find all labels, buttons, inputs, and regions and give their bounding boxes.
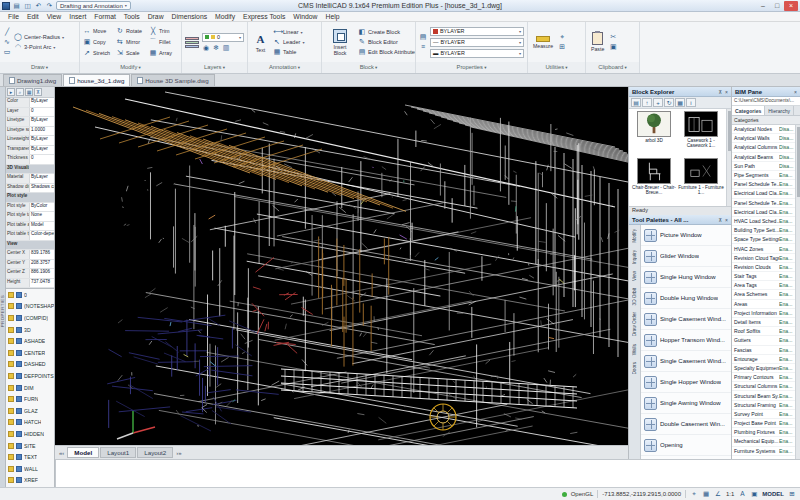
property-row[interactable]: Plot style: [6, 193, 54, 203]
edit-block-attributes-button[interactable]: ▤Edit Block Attributes: [358, 48, 415, 56]
layer-color-icon[interactable]: [16, 454, 22, 460]
layer-row[interactable]: XREF: [6, 475, 54, 487]
annotation-scale[interactable]: 1:1: [726, 491, 734, 497]
close-icon[interactable]: ×: [725, 217, 728, 223]
grid-icon[interactable]: ▦: [702, 490, 710, 498]
toggle-value-icon[interactable]: ▦: [25, 88, 33, 96]
lineweight-combo[interactable]: ▬BYLAYER▾: [430, 49, 524, 58]
annotation-icon[interactable]: A: [738, 490, 746, 498]
menu-item[interactable]: Tools: [120, 13, 144, 20]
info-icon[interactable]: i: [686, 98, 696, 107]
fillet-button[interactable]: ⌒Fillet: [149, 37, 178, 48]
close-button[interactable]: ×: [784, 1, 798, 11]
bim-category-row[interactable]: Electrical Load Cla... Ena...: [732, 208, 795, 217]
bim-category-row[interactable]: Structural Framing Ena...: [732, 401, 795, 410]
bim-category-row[interactable]: Analytical Walls Disa...: [732, 134, 795, 143]
layer-color-icon[interactable]: [16, 327, 22, 333]
bim-category-row[interactable]: Revision Cloud Tags Ena...: [732, 254, 795, 263]
menu-item[interactable]: Help: [321, 13, 343, 20]
layer-isolate-icon[interactable]: ▥: [222, 44, 230, 52]
add-block-icon[interactable]: +: [653, 98, 663, 107]
scale-button[interactable]: ⇲Scale: [116, 48, 145, 59]
layer-color-icon[interactable]: [16, 361, 22, 367]
bim-category-row[interactable]: Panel Schedule Te... Ena...: [732, 180, 795, 189]
layer-color-icon[interactable]: [16, 292, 22, 298]
tool-palette-item[interactable]: Single Awning Window: [641, 393, 731, 414]
layer-on-icon[interactable]: [8, 466, 14, 472]
layer-on-icon[interactable]: [8, 408, 14, 414]
layer-on-icon[interactable]: [8, 477, 14, 483]
tool-palette-tab[interactable]: Modify: [632, 229, 637, 243]
layout-tab[interactable]: Model: [67, 447, 99, 458]
layer-row[interactable]: 0: [6, 289, 54, 301]
layer-row[interactable]: HIDDEN: [6, 428, 54, 440]
block-thumbnail-chair[interactable]: Chair-Breuer - Chair-Breue...: [631, 158, 677, 204]
property-row[interactable]: Thickness 0: [6, 155, 54, 165]
color-combo[interactable]: BYLAYER▾: [430, 27, 524, 36]
layer-on-icon[interactable]: [8, 303, 14, 309]
ribbon-group-label-block[interactable]: Block: [322, 62, 415, 73]
polyline-icon[interactable]: ∿: [3, 38, 11, 46]
property-row[interactable]: Plot table type Color-depend...: [6, 231, 54, 241]
menu-item[interactable]: Express Tools: [239, 13, 289, 20]
document-tab[interactable]: Drawing1.dwg: [3, 74, 62, 86]
snap-icon[interactable]: ⌖: [690, 490, 698, 498]
ribbon-group-label-utilities[interactable]: Utilities: [528, 62, 585, 73]
pin-icon[interactable]: ⊼: [718, 89, 722, 95]
layer-on-icon[interactable]: [8, 338, 14, 344]
close-icon[interactable]: ×: [725, 89, 728, 95]
property-row[interactable]: Plot table attached to Model: [6, 222, 54, 232]
property-row[interactable]: View: [6, 241, 54, 251]
linear-dimension-button[interactable]: ⟷Linear▾: [273, 28, 318, 36]
tool-palette-item[interactable]: Glider Window: [641, 246, 731, 267]
bim-category-row[interactable]: Gutters Ena...: [732, 336, 795, 345]
insert-block-button[interactable]: Insert Block: [325, 28, 355, 57]
document-tab[interactable]: house_3d_1.dwg: [63, 74, 130, 86]
tool-palette-item[interactable]: Double Hung Window: [641, 288, 731, 309]
table-button[interactable]: ▦Table: [273, 48, 318, 56]
menu-item[interactable]: Window: [289, 13, 321, 20]
lineweight-toggle-icon[interactable]: ▣: [750, 490, 758, 498]
layer-row[interactable]: DIM: [6, 382, 54, 394]
bim-category-row[interactable]: HVAC Load Sched... Ena...: [732, 217, 795, 226]
layer-row[interactable]: (COMPID): [6, 312, 54, 324]
up-level-icon[interactable]: ↑: [642, 98, 652, 107]
create-block-button[interactable]: ◧Create Block: [358, 28, 415, 36]
layer-row[interactable]: FURN: [6, 393, 54, 405]
layer-row[interactable]: 3D: [6, 324, 54, 336]
layer-color-icon[interactable]: [16, 477, 22, 483]
layer-on-icon[interactable]: [8, 361, 14, 367]
line-icon[interactable]: ╱: [3, 28, 11, 36]
menu-item[interactable]: View: [43, 13, 66, 20]
bim-category-row[interactable]: Building Type Sett... Ena...: [732, 226, 795, 235]
ribbon-group-label-layers[interactable]: Layers: [182, 62, 247, 73]
property-row[interactable]: Center Z 886.1906: [6, 269, 54, 279]
bim-category-row[interactable]: Primary Contours Ena...: [732, 373, 795, 382]
tool-palette-item[interactable]: Hopper Transom Wind...: [641, 330, 731, 351]
layer-row[interactable]: WALL: [6, 463, 54, 475]
property-row[interactable]: Height 737.0478: [6, 279, 54, 289]
property-row[interactable]: Linetype ByLayer: [6, 117, 54, 127]
move-button[interactable]: ↔Move: [83, 26, 112, 37]
bim-category-row[interactable]: Mechanical Equip... Ena...: [732, 437, 795, 446]
tool-palette-item[interactable]: Opening: [641, 435, 731, 456]
menu-item[interactable]: Edit: [23, 13, 43, 20]
bim-category-row[interactable]: Detail Items Ena...: [732, 318, 795, 327]
bim-tab-hierarchy[interactable]: Hierarchy: [765, 106, 794, 115]
leader-button[interactable]: ↖Leader▾: [273, 38, 318, 46]
measure-button[interactable]: Measure: [531, 35, 555, 50]
block-thumbnail-furniture[interactable]: Furniture 1 - Furniture 1...: [678, 158, 724, 204]
layer-color-icon[interactable]: [16, 396, 22, 402]
property-row[interactable]: Plot style table None: [6, 212, 54, 222]
bim-category-row[interactable]: Space Type Settings Ena...: [732, 235, 795, 244]
ribbon-group-label-modify[interactable]: Modify: [80, 62, 181, 73]
bim-category-row[interactable]: Furniture Systems Ena...: [732, 447, 795, 456]
layer-on-icon[interactable]: [8, 373, 14, 379]
bim-scrollbar[interactable]: [795, 125, 800, 459]
tool-palette-tab[interactable]: 3D Orbit: [632, 288, 637, 305]
property-row[interactable]: Material ByLayer: [6, 174, 54, 184]
menu-item[interactable]: Draw: [144, 13, 168, 20]
bim-category-row[interactable]: Entourage Ena...: [732, 355, 795, 364]
layer-color-icon[interactable]: [16, 466, 22, 472]
layer-on-icon[interactable]: ◉: [202, 44, 210, 52]
